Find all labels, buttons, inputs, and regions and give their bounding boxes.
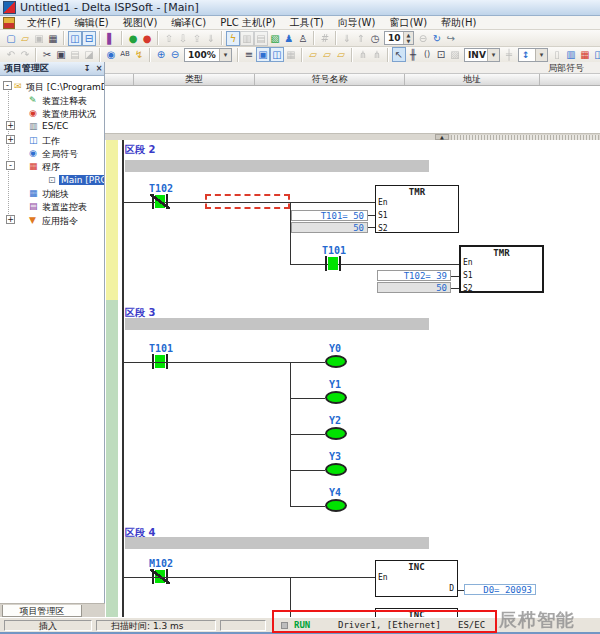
stop-simulator-icon[interactable]: ● bbox=[140, 31, 154, 46]
expander-icon[interactable]: - bbox=[6, 161, 15, 170]
add-symbol-icon[interactable]: ▦ bbox=[578, 47, 592, 62]
compare-download-icon[interactable]: ⇓ bbox=[204, 31, 218, 46]
undo-icon[interactable]: ↶ bbox=[4, 47, 18, 62]
zoom-in-icon[interactable]: ⊕ bbox=[154, 47, 168, 62]
operand-s2[interactable]: 50 bbox=[377, 282, 451, 293]
menu-file[interactable]: 文件(F) bbox=[20, 16, 68, 30]
inverse-logic-icon[interactable]: ▨ bbox=[448, 47, 462, 62]
split-vertical-icon[interactable]: ◫ bbox=[68, 31, 82, 46]
print-icon[interactable]: ▦ bbox=[46, 31, 60, 46]
menu-help[interactable]: 帮助(H) bbox=[434, 16, 483, 30]
menu-wizard[interactable]: 向导(W) bbox=[331, 16, 383, 30]
tree-item-label[interactable]: 程序 bbox=[42, 161, 60, 174]
clock-icon[interactable]: ◷ bbox=[368, 31, 382, 46]
comm-download-icon[interactable]: ⇓ bbox=[340, 31, 354, 46]
coil-Y2[interactable] bbox=[325, 427, 347, 440]
menu-view[interactable]: 视图(V) bbox=[116, 16, 165, 30]
run-plc-icon[interactable]: ♟ bbox=[282, 31, 296, 46]
split-horizontal-icon[interactable]: ⊟ bbox=[82, 31, 96, 46]
vertical-line-icon[interactable]: ╪ bbox=[502, 47, 516, 62]
selection-marquee[interactable] bbox=[205, 194, 290, 209]
import-pou-icon[interactable]: ▱ bbox=[320, 47, 334, 62]
menu-compile[interactable]: 编译(C) bbox=[164, 16, 213, 30]
symbol-grid-icon[interactable]: ◫ bbox=[592, 47, 600, 62]
tree-item-global-symbols[interactable]: ◉ 全局符号 bbox=[0, 147, 104, 160]
spinner-arrows[interactable]: ▲ ▼ bbox=[403, 32, 413, 44]
comment-icon[interactable]: ≡ bbox=[242, 47, 256, 62]
jump-icon[interactable]: ↪ bbox=[444, 31, 458, 46]
save-icon[interactable]: ▣ bbox=[32, 31, 46, 46]
insert-network-below-icon[interactable]: ⋔ bbox=[370, 47, 384, 62]
find-icon[interactable]: ◉ bbox=[104, 47, 118, 62]
refresh-icon[interactable]: ↻ bbox=[430, 31, 444, 46]
coil-tool-icon[interactable]: () bbox=[420, 47, 434, 62]
tree-item-api[interactable]: + ▼ 应用指令 bbox=[0, 214, 104, 227]
tree-item-label[interactable]: 项目 [C:\ProgramData bbox=[26, 81, 104, 94]
upload-program-icon[interactable]: ⇧ bbox=[162, 31, 176, 46]
chevron-down-icon[interactable]: ▾ bbox=[219, 49, 231, 61]
tree-item-label[interactable]: 装置监控表 bbox=[42, 201, 87, 214]
coil-Y1[interactable] bbox=[325, 391, 347, 404]
close-icon[interactable]: × bbox=[94, 64, 104, 74]
coil-Y4[interactable] bbox=[325, 499, 347, 512]
bookmark-nav-icon[interactable]: ◫ bbox=[270, 47, 284, 62]
stop-plc-icon[interactable]: ♙ bbox=[296, 31, 310, 46]
symbol-col-type[interactable]: 类型 bbox=[134, 74, 255, 85]
symbol-ladder-splitter[interactable]: ▲ bbox=[105, 133, 600, 140]
menu-window[interactable]: 窗口(W) bbox=[382, 16, 434, 30]
symbol-col-name[interactable]: 符号名称 bbox=[255, 74, 405, 85]
paste-icon[interactable]: ▤ bbox=[68, 47, 82, 62]
contact-T101-no[interactable] bbox=[322, 256, 344, 271]
section2-comment-bar[interactable] bbox=[125, 160, 429, 172]
cut-icon[interactable]: ✂ bbox=[40, 47, 54, 62]
operand-s2[interactable]: 50 bbox=[291, 222, 368, 233]
coil-Y0[interactable] bbox=[325, 355, 347, 368]
section4-comment-bar[interactable] bbox=[125, 537, 429, 549]
monitor-table-icon[interactable]: ▤ bbox=[254, 31, 268, 46]
open-icon[interactable]: ▱ bbox=[18, 31, 32, 46]
inv-select[interactable]: INV ▾ bbox=[464, 48, 500, 62]
chevron-down-icon[interactable]: ▾ bbox=[535, 49, 547, 61]
symbol-col-address[interactable]: 地址 bbox=[405, 74, 540, 85]
delete-line-icon[interactable]: ▯ bbox=[550, 47, 564, 62]
contact-T102-nc[interactable] bbox=[149, 194, 171, 209]
remove-icon[interactable]: ⊖ bbox=[416, 31, 430, 46]
operand-s1[interactable]: T101= 50 bbox=[291, 210, 368, 221]
online-mode-icon[interactable]: ϟ bbox=[226, 31, 240, 46]
operand-d[interactable]: D0= 20093 bbox=[464, 584, 536, 595]
tree-item-programs[interactable]: - ▦ 程序 bbox=[0, 160, 104, 173]
set-device-value-icon[interactable]: ▧ bbox=[268, 31, 282, 46]
section3-comment-bar[interactable] bbox=[125, 318, 429, 330]
local-symbol-icon[interactable]: ▥ bbox=[564, 47, 578, 62]
operand-s1[interactable]: T102= 39 bbox=[377, 270, 451, 281]
tmr1-block[interactable]: TMR En S1 S2 bbox=[375, 185, 459, 233]
download-program-icon[interactable]: ⇩ bbox=[176, 31, 190, 46]
copy-icon[interactable]: ▣ bbox=[54, 47, 68, 62]
tree-item-device-comment[interactable]: ✎ 装置注释表 bbox=[0, 94, 104, 107]
network-icon[interactable]: # bbox=[318, 31, 332, 46]
tree-item-label-selected[interactable]: Main [PRG,L bbox=[59, 175, 104, 185]
chevron-down-icon[interactable]: ▾ bbox=[487, 49, 499, 61]
tree-item-label[interactable]: 应用指令 bbox=[42, 215, 78, 228]
tree-item-tasks[interactable]: + ◫ 工作 bbox=[0, 134, 104, 147]
contact-tool-icon[interactable]: ╫ bbox=[406, 47, 420, 62]
pin-icon[interactable]: ↧ bbox=[82, 64, 92, 74]
coil-Y3[interactable] bbox=[325, 463, 347, 476]
tree-item-function-blocks[interactable]: ▦ 功能块 bbox=[0, 187, 104, 200]
tree-item-project[interactable]: - ✉ 项目 [C:\ProgramData bbox=[0, 80, 104, 93]
ladder-editor[interactable]: 区段 2 T102 TMR En S1 S2 T101= 50 50 T101 … bbox=[105, 140, 600, 617]
redo-icon[interactable]: ↷ bbox=[18, 47, 32, 62]
compare-upload-icon[interactable]: ⇪ bbox=[190, 31, 204, 46]
tree-item-es-ec[interactable]: + ▥ ES/EC bbox=[0, 120, 104, 133]
select-mode-icon[interactable]: ↖ bbox=[392, 47, 406, 62]
erase-icon[interactable]: ◪ bbox=[82, 47, 96, 62]
insert-network-above-icon[interactable]: ⋔ bbox=[356, 47, 370, 62]
expander-icon[interactable]: + bbox=[6, 215, 15, 224]
new-pou-folder-icon[interactable]: ▱ bbox=[306, 47, 320, 62]
expander-icon[interactable]: - bbox=[3, 81, 12, 90]
monitor-interval-spinner[interactable]: 10 ▲ ▼ bbox=[384, 31, 414, 45]
expander-icon[interactable]: + bbox=[6, 135, 15, 144]
tree-item-label[interactable]: ES/EC bbox=[42, 121, 68, 131]
line-mode-select[interactable]: ↕ ▾ bbox=[518, 48, 548, 62]
spinner-down-icon[interactable]: ▼ bbox=[404, 38, 413, 44]
